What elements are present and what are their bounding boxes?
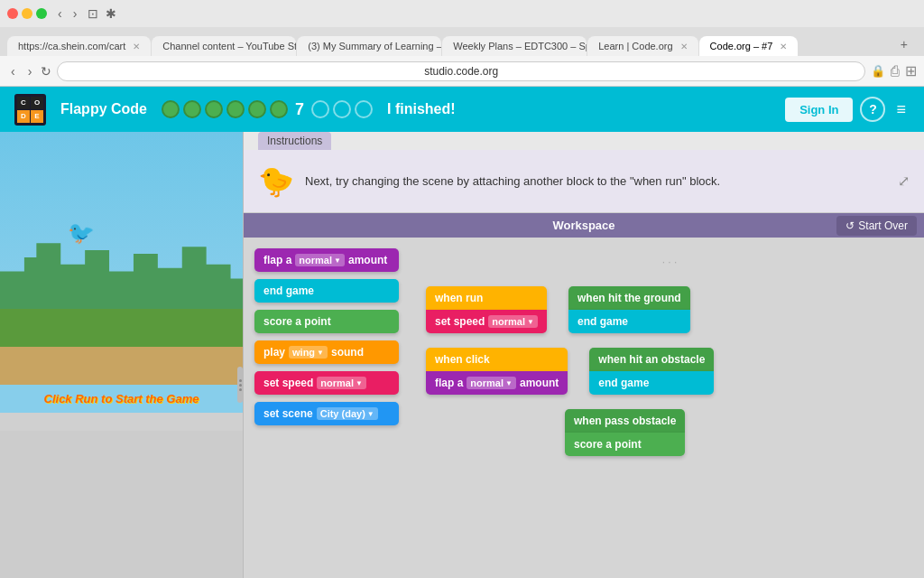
- block-end-game-ground[interactable]: end game: [568, 310, 690, 333]
- address-input[interactable]: [57, 61, 865, 81]
- block-flap[interactable]: flap a normal amount: [254, 248, 399, 272]
- flap-click-dropdown[interactable]: normal: [467, 377, 516, 389]
- block-set-speed[interactable]: set speed normal: [254, 371, 399, 395]
- tab-3[interactable]: (3) My Summary of Learning – Univers... …: [297, 36, 441, 56]
- forward-btn-2[interactable]: ›: [24, 62, 36, 80]
- click-text-area: Click Run to Start the Game: [0, 385, 243, 413]
- block-when-pass-obstacle[interactable]: when pass obstacle: [565, 409, 685, 433]
- bookmark-icon: 🔒: [871, 64, 885, 78]
- block-when-run[interactable]: when run: [426, 286, 547, 310]
- when-hit-obstacle-group: when hit an obstacle end game: [589, 348, 714, 395]
- drag-dot-2: [239, 384, 242, 387]
- tab-close-6[interactable]: ✕: [780, 42, 787, 51]
- block-end-game-obstacle[interactable]: end game: [589, 371, 714, 395]
- when-hit-ground-group: when hit the ground end game: [568, 286, 690, 333]
- dot-2: [183, 100, 201, 118]
- maximize-window-btn[interactable]: [36, 8, 47, 19]
- block-sound-suffix: sound: [331, 346, 364, 359]
- start-over-button[interactable]: ↺ Start Over: [836, 216, 917, 236]
- refresh-icon[interactable]: ↻: [41, 64, 51, 79]
- add-tab-icon[interactable]: ⊞: [905, 62, 917, 79]
- game-title: Flappy Code: [60, 101, 147, 117]
- minimize-window-btn[interactable]: [22, 8, 32, 19]
- click-run-text: Click Run to Start the Game: [44, 392, 199, 406]
- block-score[interactable]: score a point: [254, 310, 399, 333]
- dot-5: [248, 100, 266, 118]
- close-window-btn[interactable]: [7, 8, 18, 19]
- tab-close-1[interactable]: ✕: [133, 42, 140, 51]
- block-end-game-text: end game: [263, 284, 314, 297]
- set-speed-event-text: set speed: [435, 315, 485, 328]
- forward-btn[interactable]: ›: [69, 5, 81, 23]
- block-play-text: play: [263, 346, 285, 359]
- instructions-tab[interactable]: Instructions: [258, 132, 331, 150]
- block-set-scene[interactable]: set scene City (day): [254, 402, 399, 425]
- block-when-click[interactable]: when click: [426, 348, 568, 371]
- when-pass-obstacle-text: when pass obstacle: [574, 415, 676, 427]
- game-panel: 🐦 Click Run to Start the Game Run: [0, 132, 244, 578]
- when-click-group: when click flap a normal amount: [426, 348, 568, 395]
- game-screen: 🐦: [0, 132, 243, 385]
- code-logo: C O D E: [14, 94, 46, 126]
- flap-dropdown[interactable]: normal: [295, 254, 345, 266]
- finished-text: I finished!: [387, 101, 456, 117]
- app-header: C O D E Flappy Code 7 I finished! Sign I…: [0, 87, 924, 132]
- game-dirt: [0, 347, 243, 385]
- tab-2[interactable]: Channel content – YouTube Studio ✕: [152, 36, 296, 56]
- block-score-pass[interactable]: score a point: [565, 433, 685, 456]
- scene-dropdown[interactable]: City (day): [317, 407, 378, 420]
- block-when-hit-ground[interactable]: when hit the ground: [568, 286, 690, 310]
- flap-click-suffix: amount: [520, 377, 559, 389]
- dot-8: [333, 100, 351, 118]
- menu-button[interactable]: ≡: [892, 97, 910, 123]
- block-flap-click[interactable]: flap a normal amount: [426, 371, 568, 395]
- address-bar: ‹ › ↻ 🔒 ⎙ ⊞: [0, 56, 924, 87]
- tab-1[interactable]: https://ca.shein.com/cart ✕: [7, 36, 151, 56]
- header-right: Sign In ? ≡: [785, 97, 910, 123]
- sign-in-button[interactable]: Sign In: [785, 98, 853, 122]
- tab-bar: https://ca.shein.com/cart ✕ Channel cont…: [0, 27, 924, 56]
- tab-6[interactable]: Code.org – #7 ✕: [699, 36, 799, 56]
- end-game-obstacle-text: end game: [598, 377, 649, 389]
- flap-click-text: flap a: [435, 377, 463, 389]
- block-when-hit-obstacle[interactable]: when hit an obstacle: [589, 348, 714, 371]
- share-icon[interactable]: ⎙: [891, 63, 900, 79]
- block-end-game[interactable]: end game: [254, 279, 399, 303]
- new-tab-btn[interactable]: +: [892, 33, 917, 56]
- tab-label-3: (3) My Summary of Learning – Univers...: [308, 41, 441, 51]
- drag-dot-3: [239, 388, 242, 391]
- workspace-title: Workspace: [552, 219, 614, 232]
- browser-chrome: ‹ › ⊡ ✱ https://ca.shein.com/cart ✕ Chan…: [0, 0, 924, 87]
- logo-c: C: [17, 97, 30, 109]
- run-btn-area: Run: [0, 413, 243, 431]
- instructions-text: Next, try changing the scene by attachin…: [305, 172, 887, 191]
- speed-event-dropdown[interactable]: normal: [488, 315, 538, 328]
- instructions-tab-label: Instructions: [267, 135, 322, 147]
- when-run-text: when run: [435, 292, 483, 304]
- workspace-header: Workspace ↺ Start Over: [244, 213, 924, 238]
- progress-dots: 7: [162, 100, 373, 119]
- back-btn-2[interactable]: ‹: [7, 62, 19, 80]
- score-pass-text: score a point: [574, 438, 642, 451]
- block-set-scene-text: set scene: [263, 407, 313, 420]
- tab-4[interactable]: Weekly Plans – EDTC300 – Spring 202... ✕: [442, 36, 587, 56]
- help-button[interactable]: ?: [860, 97, 885, 122]
- tab-close-5[interactable]: ✕: [680, 42, 688, 51]
- expand-icon[interactable]: ⤢: [898, 172, 910, 190]
- block-set-speed-event[interactable]: set speed normal: [426, 310, 547, 333]
- tabs-container: https://ca.shein.com/cart ✕ Channel cont…: [7, 36, 892, 56]
- speed-dropdown[interactable]: normal: [317, 377, 366, 389]
- back-btn[interactable]: ‹: [54, 5, 66, 23]
- restart-icon: ↺: [845, 219, 855, 232]
- title-bar: ‹ › ⊡ ✱: [0, 0, 924, 27]
- flappy-bird-icon: 🐤: [258, 164, 294, 199]
- sound-dropdown[interactable]: wing: [289, 346, 328, 359]
- dot-6: [270, 100, 288, 118]
- level-number: 7: [295, 100, 304, 119]
- tab-label-2: Channel content – YouTube Studio: [162, 41, 296, 51]
- tab-5[interactable]: Learn | Code.org ✕: [587, 36, 698, 56]
- dot-7: [311, 100, 329, 118]
- drag-handle[interactable]: [237, 367, 243, 403]
- spacer: [426, 409, 543, 456]
- block-play-sound[interactable]: play wing sound: [254, 340, 399, 364]
